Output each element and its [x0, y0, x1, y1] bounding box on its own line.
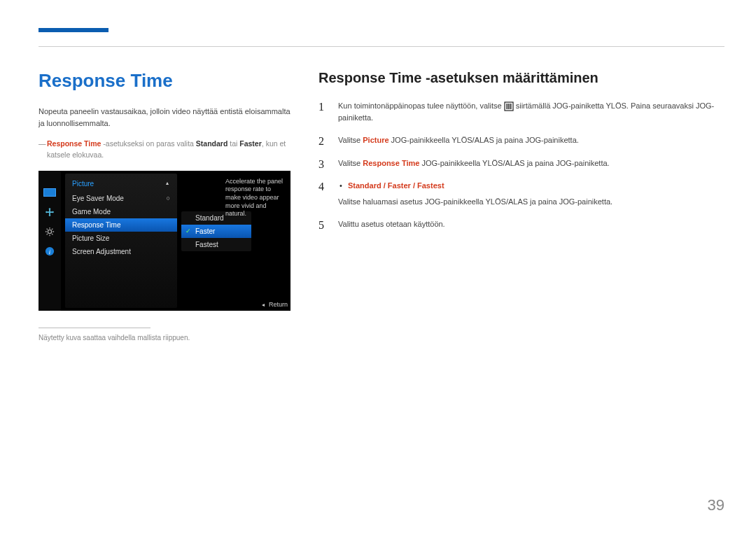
- note-text: -asetukseksi on paras valita: [101, 139, 195, 148]
- osd-option: Fastest: [181, 238, 251, 251]
- osd-screenshot: i Picture Eye Saver Mode○ Game Mode Resp…: [38, 171, 290, 311]
- intro-text: Nopeuta paneelin vastausaikaa, jolloin v…: [38, 106, 290, 129]
- step-item: Valitse Picture JOG-painikkeella YLÖS/AL…: [318, 134, 724, 146]
- osd-menu-title: Picture: [65, 178, 177, 192]
- step-item: Valitse Response Time JOG-painikkeella Y…: [318, 157, 724, 169]
- step-text: Valitse: [338, 159, 363, 167]
- tip-note: Response Time -asetukseksi on paras vali…: [38, 139, 290, 161]
- left-column: Response Time Nopeuta paneelin vastausai…: [38, 70, 290, 342]
- right-column: Response Time -asetuksen määrittäminen K…: [318, 70, 724, 342]
- menu-icon: [504, 101, 514, 111]
- osd-return-label: Return: [262, 301, 288, 308]
- step-text: Valitse: [338, 136, 363, 144]
- osd-sidebar: i: [38, 171, 61, 311]
- svg-rect-4: [506, 104, 507, 109]
- steps-list: Kun toimintonäppäinopas tulee näyttöön, …: [318, 100, 724, 230]
- step-text: JOG-painikkeella YLÖS/ALAS ja paina JOG-…: [419, 159, 609, 167]
- osd-menu-item: Game Mode: [65, 205, 177, 218]
- step-item: Valittu asetus otetaan käyttöön.: [318, 218, 724, 230]
- info-icon: i: [43, 246, 56, 256]
- osd-menu-item: Picture Size: [65, 232, 177, 245]
- note-strong-1: Standard: [196, 139, 228, 148]
- osd-menu-item: Screen Adjustment: [65, 245, 177, 258]
- footnote-rule: [38, 328, 150, 328]
- step-text: Valitse haluamasi asetus JOG-painikkeell…: [338, 197, 612, 206]
- header-rule: [38, 46, 724, 47]
- gear-icon: [43, 227, 56, 237]
- osd-option-selected: Faster: [181, 225, 251, 238]
- step-bullet: Standard / Faster / Fastest: [338, 180, 724, 192]
- step-item: Standard / Faster / Fastest Valitse halu…: [318, 180, 724, 207]
- move-icon: [43, 207, 56, 217]
- page-number: 39: [708, 496, 724, 514]
- header-accent-bar: [38, 28, 108, 32]
- osd-main-menu: Picture Eye Saver Mode○ Game Mode Respon…: [65, 174, 177, 308]
- step-text: JOG-painikkeella YLÖS/ALAS ja paina JOG-…: [389, 136, 579, 144]
- section-title: Response Time: [38, 70, 290, 92]
- step-item: Kun toimintonäppäinopas tulee näyttöön, …: [318, 100, 724, 123]
- svg-rect-5: [508, 104, 510, 109]
- osd-description: Accelerate the panel response rate to ma…: [221, 174, 288, 223]
- note-red-term: Response Time: [47, 139, 101, 148]
- step-text: Valittu asetus otetaan käyttöön.: [338, 220, 445, 228]
- osd-menu-item-selected: Response Time: [65, 218, 177, 232]
- step-red: Picture: [363, 136, 388, 144]
- step-red: Response Time: [363, 159, 419, 167]
- subsection-title: Response Time -asetuksen määrittäminen: [318, 70, 724, 86]
- svg-rect-6: [510, 104, 512, 109]
- step-text: Kun toimintonäppäinopas tulee näyttöön, …: [338, 101, 504, 110]
- note-text: tai: [227, 139, 239, 148]
- footnote-text: Näytetty kuva saattaa vaihdella mallista…: [38, 334, 290, 342]
- monitor-icon: [43, 188, 56, 197]
- page-content: Response Time Nopeuta paneelin vastausai…: [0, 0, 756, 342]
- osd-menu-item: Eye Saver Mode○: [65, 192, 177, 205]
- svg-point-0: [48, 230, 51, 233]
- note-strong-2: Faster: [239, 139, 262, 148]
